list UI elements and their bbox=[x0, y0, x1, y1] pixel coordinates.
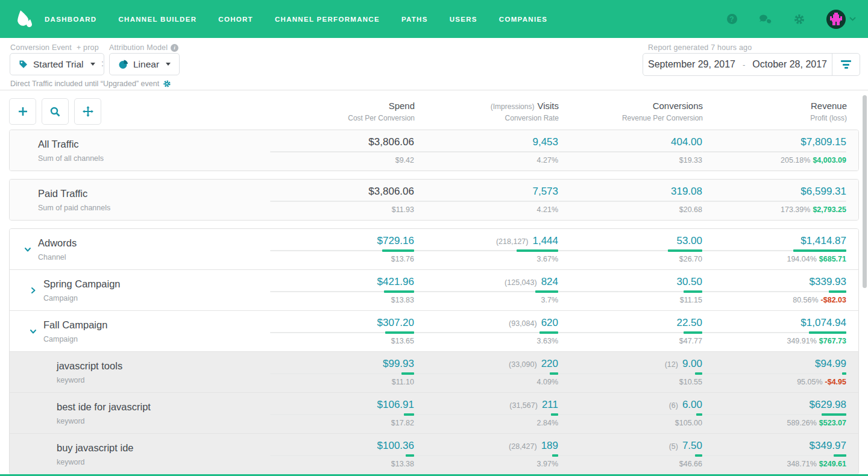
metric-sub: $105.00 bbox=[558, 419, 702, 427]
metric-value[interactable]: $99.93 bbox=[383, 358, 414, 370]
metric-value[interactable]: $1,074.94 bbox=[800, 317, 846, 329]
row-type: Campaign bbox=[43, 335, 107, 343]
metric-bar bbox=[270, 455, 414, 456]
metric-value[interactable]: $106.91 bbox=[377, 399, 414, 411]
metric-bar bbox=[558, 414, 702, 415]
metric-value[interactable]: $6,599.31 bbox=[800, 186, 846, 198]
nav-item-companies[interactable]: COMPANIES bbox=[499, 16, 548, 23]
metric-bar bbox=[270, 151, 414, 152]
table-row-spring-campaign[interactable]: Spring Campaign Campaign $421.96$13.83(1… bbox=[10, 269, 858, 310]
metric-cell-conversions: 404.00$19.33 bbox=[558, 130, 702, 171]
table-row-best-ide-for-javascript[interactable]: best ide for javascript keyword $106.91$… bbox=[10, 392, 858, 433]
attribution-logo-icon[interactable] bbox=[12, 7, 36, 31]
metric-value[interactable]: 7,573 bbox=[532, 186, 558, 198]
metric-sub: $11.93 bbox=[270, 205, 414, 214]
conversion-event-label: Conversion Event+ prop bbox=[10, 43, 99, 52]
metric-value[interactable]: 620 bbox=[541, 317, 558, 329]
metric-value[interactable]: 7.50 bbox=[682, 440, 702, 452]
filter-lines-icon bbox=[841, 60, 851, 62]
settings-gear-icon[interactable] bbox=[793, 13, 806, 26]
metric-cell-spend: $729.16$13.76 bbox=[270, 229, 414, 269]
profit-value: $685.71 bbox=[819, 255, 846, 263]
table-row-buy-javascript-ide[interactable]: buy javascript ide keyword $100.36$13.38… bbox=[10, 433, 858, 474]
metric-value[interactable]: $7,809.15 bbox=[800, 136, 846, 148]
metric-sub: $47.77 bbox=[558, 337, 702, 345]
chevron-down-icon[interactable] bbox=[24, 246, 33, 253]
vertical-scrollbar[interactable] bbox=[863, 95, 867, 288]
nav-item-paths[interactable]: PATHS bbox=[401, 16, 428, 23]
metric-value[interactable]: 824 bbox=[541, 276, 558, 288]
info-icon[interactable]: i bbox=[171, 44, 178, 52]
metric-value[interactable]: $349.97 bbox=[810, 440, 846, 452]
help-icon[interactable]: ? bbox=[725, 13, 738, 26]
attribution-model-dropdown[interactable]: Linear bbox=[109, 53, 180, 75]
metric-value[interactable]: $1,414.87 bbox=[800, 235, 846, 247]
profit-value: $2,793.25 bbox=[813, 205, 846, 214]
metric-bar bbox=[702, 291, 846, 292]
metric-value[interactable]: 211 bbox=[542, 399, 558, 411]
date-start: September 29, 2017 bbox=[648, 59, 735, 70]
metric-sub: 95.05%-$4.95 bbox=[702, 378, 846, 386]
metric-cell-revenue: $1,074.94349.91%$767.73 bbox=[702, 311, 846, 351]
nav-item-cohort[interactable]: COHORT bbox=[218, 16, 253, 23]
metric-value[interactable]: 9,453 bbox=[532, 136, 558, 148]
note-settings-gear-icon[interactable] bbox=[163, 80, 171, 88]
metric-value[interactable]: $629.98 bbox=[810, 399, 846, 411]
date-range-picker[interactable]: September 29, 2017 - October 28, 2017 bbox=[643, 53, 860, 76]
metric-sub: $11.10 bbox=[270, 378, 414, 386]
chevron-right-icon[interactable] bbox=[30, 287, 38, 294]
profit-value: -$4.95 bbox=[825, 378, 846, 386]
metric-value[interactable]: $307.20 bbox=[377, 317, 414, 329]
chevron-down-icon[interactable] bbox=[30, 328, 38, 335]
table-row-all-traffic[interactable]: All Traffic Sum of all channels $3,806.0… bbox=[10, 130, 858, 171]
metric-sub: 205.18%$4,003.09 bbox=[702, 156, 846, 164]
row-type: Campaign bbox=[43, 294, 121, 302]
add-prop-button[interactable]: + prop bbox=[77, 43, 99, 52]
metric-cell-revenue: $7,809.15205.18%$4,003.09 bbox=[702, 130, 846, 171]
metric-value[interactable]: $339.93 bbox=[810, 276, 846, 288]
table-row-javascript-tools[interactable]: javascript tools keyword $99.93$11.10(33… bbox=[10, 351, 858, 392]
nav-item-dashboard[interactable]: DASHBOARD bbox=[45, 16, 96, 23]
search-button[interactable] bbox=[42, 98, 69, 125]
metric-value[interactable]: $729.16 bbox=[377, 235, 414, 247]
row-type: keyword bbox=[57, 458, 133, 466]
metric-value[interactable]: $421.96 bbox=[377, 276, 414, 288]
table-row-fall-campaign[interactable]: Fall Campaign Campaign $307.20$13.65(93,… bbox=[10, 310, 858, 351]
metric-value[interactable]: 9.00 bbox=[682, 358, 702, 370]
nav-item-channel-performance[interactable]: CHANNEL PERFORMANCE bbox=[275, 16, 380, 23]
profit-value: -$82.03 bbox=[821, 296, 846, 304]
metric-value[interactable]: 189 bbox=[541, 440, 558, 452]
table-row-adwords[interactable]: Adwords Channel $729.16$13.76(218,127)1,… bbox=[10, 229, 858, 269]
metric-cell-spend: $3,806.06$9.42 bbox=[270, 130, 414, 171]
user-avatar bbox=[826, 10, 846, 29]
nav-item-channel-builder[interactable]: CHANNEL BUILDER bbox=[118, 16, 197, 23]
nav-item-users[interactable]: USERS bbox=[450, 16, 477, 23]
metric-sub: 2.84% bbox=[414, 419, 558, 427]
pie-chart-icon bbox=[118, 60, 128, 69]
row-title: All Traffic bbox=[38, 139, 104, 150]
metric-bar bbox=[414, 250, 558, 251]
metric-bar bbox=[558, 455, 702, 456]
metric-value[interactable]: 220 bbox=[541, 358, 558, 370]
metric-value[interactable]: $100.36 bbox=[377, 440, 414, 452]
metric-value[interactable]: $94.99 bbox=[815, 358, 846, 370]
metric-value[interactable]: 319.08 bbox=[671, 186, 702, 198]
metric-value[interactable]: 404.00 bbox=[671, 136, 702, 148]
metric-value[interactable]: 22.50 bbox=[676, 317, 702, 329]
metric-value[interactable]: 30.50 bbox=[676, 276, 702, 288]
conversion-event-dropdown[interactable]: Started Trial bbox=[10, 53, 104, 75]
table-row-paid-traffic[interactable]: Paid Traffic Sum of paid channels $3,806… bbox=[10, 180, 858, 220]
metric-value[interactable]: 6.00 bbox=[682, 399, 702, 411]
user-menu[interactable] bbox=[826, 10, 856, 29]
metric-value[interactable]: 53.00 bbox=[676, 235, 702, 247]
prefix-value: (28,427) bbox=[509, 442, 537, 451]
date-presets-button[interactable] bbox=[832, 54, 860, 75]
row-title: Adwords bbox=[38, 237, 77, 249]
metric-sub: $13.65 bbox=[270, 337, 414, 345]
metric-sub: 173.39%$2,793.25 bbox=[702, 205, 846, 214]
chat-icon[interactable] bbox=[759, 13, 772, 26]
metric-bar bbox=[702, 250, 846, 251]
add-channel-button[interactable] bbox=[9, 98, 36, 125]
move-button[interactable] bbox=[74, 98, 101, 125]
metric-value[interactable]: 1,444 bbox=[532, 235, 558, 247]
